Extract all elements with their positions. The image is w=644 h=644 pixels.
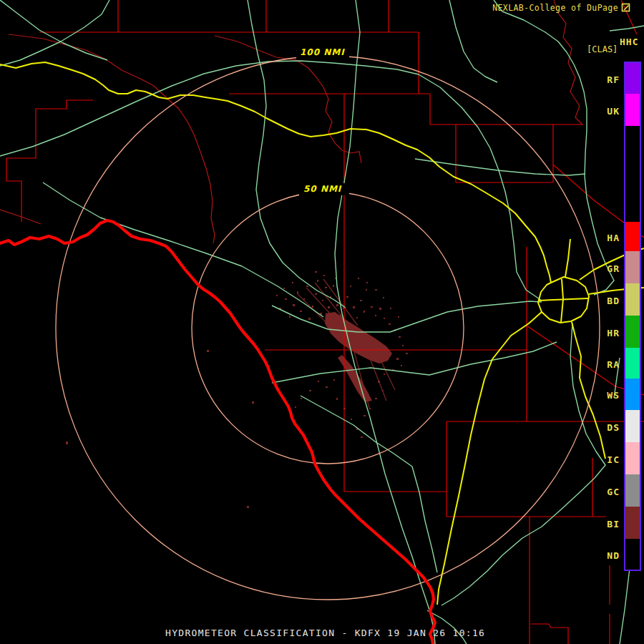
legend-segment-gap xyxy=(625,126,640,222)
legend-segment-HR xyxy=(625,316,640,348)
legend-segment-DS xyxy=(625,410,640,442)
legend-label-GR: GR xyxy=(591,263,620,274)
legend-label-GC: GC xyxy=(591,487,620,497)
highways-yellow xyxy=(0,62,644,605)
legend-label-HR: HR xyxy=(591,328,620,338)
rio-grande-river xyxy=(0,220,435,644)
legend-label-BD: BD xyxy=(591,296,620,306)
river-tributaries xyxy=(0,0,582,243)
legend-segment-IC xyxy=(625,442,640,474)
legend-segment-ND xyxy=(625,539,640,570)
range-label-100nmi: 100 NMI xyxy=(300,47,345,57)
roads-green xyxy=(0,0,644,644)
legend-label-RA: RA xyxy=(591,359,620,370)
legend-segment-WS xyxy=(625,379,640,410)
legend-label-ND: ND xyxy=(591,550,620,561)
legend-segment-BD xyxy=(625,283,640,316)
legend-segment-HA xyxy=(625,222,640,251)
legend-segment-GC xyxy=(625,474,640,507)
legend-label-BI: BI xyxy=(591,519,620,530)
radar-echoes xyxy=(66,271,408,508)
radar-display: 100 NMI 50 NMI NEXLAB-College of DuPage … xyxy=(0,0,644,644)
box-arrow-icon xyxy=(621,3,631,13)
legend-segment-GR xyxy=(625,251,640,283)
legend-segment-RF xyxy=(625,63,640,94)
legend-segment-BI xyxy=(625,507,640,539)
range-label-50nmi: 50 NMI xyxy=(303,184,341,194)
legend-label-IC: IC xyxy=(591,454,620,465)
header: NEXLAB-College of DuPage xyxy=(492,3,631,13)
product-code-label: HHC xyxy=(620,36,638,47)
legend-segment-RA xyxy=(625,348,640,379)
product-caption: HYDROMETEOR CLASSIFICATION - KDFX 19 JAN… xyxy=(165,628,485,638)
legend-label-UK: UK xyxy=(591,106,620,117)
legend-label-WS: WS xyxy=(591,390,620,401)
site-title: NEXLAB-College of DuPage xyxy=(492,3,618,13)
legend-label-HA: HA xyxy=(591,233,620,243)
product-tag-label: [CLAS] xyxy=(587,44,618,54)
legend-label-DS: DS xyxy=(591,422,620,433)
legend-segment-UK xyxy=(625,94,640,126)
radar-map xyxy=(0,0,644,644)
legend-color-bar xyxy=(624,62,641,571)
legend-label-RF: RF xyxy=(591,74,620,85)
